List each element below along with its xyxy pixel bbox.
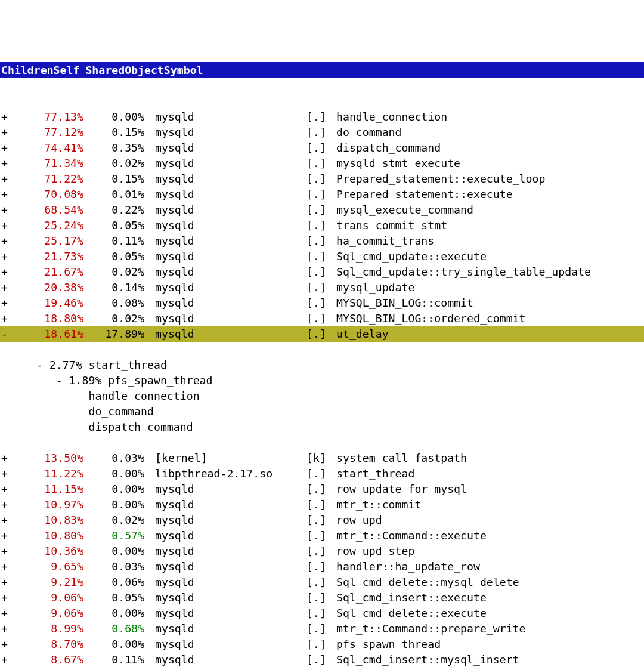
symbol-marker: [.] <box>306 466 336 481</box>
children-pct: 11.22% <box>17 466 83 481</box>
symbol-name: handler::ha_update_row <box>336 559 644 575</box>
symbol-marker: [.] <box>306 590 336 606</box>
perf-row[interactable]: +8.21%0.14%mysqld[.]ha_innobase::update_… <box>0 668 644 670</box>
perf-row[interactable]: +13.50%0.03%[kernel][k]system_call_fastp… <box>0 450 644 466</box>
children-pct: 21.67% <box>17 264 83 280</box>
perf-row[interactable]: +11.22%0.00%libpthread-2.17.so[.]start_t… <box>0 466 644 481</box>
perf-row[interactable]: +8.99%0.68%mysqld[.]mtr_t::Command::prep… <box>0 621 644 637</box>
expand-toggle[interactable]: + <box>0 668 17 670</box>
expand-toggle[interactable]: + <box>0 233 17 249</box>
symbol-name: do_command <box>336 125 644 140</box>
expand-toggle[interactable]: + <box>0 528 17 544</box>
symbol-marker: [.] <box>306 171 336 187</box>
perf-row[interactable]: +21.67%0.02%mysqld[.]Sql_cmd_update::try… <box>0 264 644 280</box>
shared-object: mysqld <box>144 481 306 497</box>
expand-toggle[interactable]: + <box>0 311 17 326</box>
perf-row[interactable]: +77.12%0.15%mysqld[.]do_command <box>0 125 644 140</box>
symbol-name: ha_innobase::update_row <box>336 668 644 670</box>
children-pct: 10.80% <box>17 528 83 544</box>
perf-row[interactable]: +8.67%0.11%mysqld[.]Sql_cmd_insert::mysq… <box>0 652 644 668</box>
symbol-name: Prepared_statement::execute_loop <box>336 171 644 187</box>
tree-line[interactable]: - 1.89% pfs_spawn_thread <box>0 373 644 388</box>
shared-object: mysqld <box>144 575 306 590</box>
perf-row[interactable]: +9.06%0.05%mysqld[.]Sql_cmd_insert::exec… <box>0 590 644 606</box>
expand-toggle[interactable]: + <box>0 637 17 652</box>
tree-line[interactable]: do_command <box>0 404 644 419</box>
perf-row[interactable]: +10.97%0.00%mysqld[.]mtr_t::commit <box>0 497 644 512</box>
symbol-name: row_upd_step <box>336 544 644 559</box>
perf-row[interactable]: +18.80%0.02%mysqld[.]MYSQL_BIN_LOG::orde… <box>0 311 644 326</box>
tree-line[interactable]: - 2.77% start_thread <box>0 357 644 373</box>
perf-row[interactable]: +21.73%0.05%mysqld[.]Sql_cmd_update::exe… <box>0 249 644 264</box>
perf-row[interactable]: +8.70%0.00%mysqld[.]pfs_spawn_thread <box>0 637 644 652</box>
expand-toggle[interactable]: + <box>0 280 17 295</box>
perf-row[interactable]: +20.38%0.14%mysqld[.]mysql_update <box>0 280 644 295</box>
expand-toggle[interactable]: + <box>0 202 17 218</box>
perf-row[interactable]: -18.61%17.89%mysqld[.]ut_delay <box>0 326 644 342</box>
expand-toggle[interactable]: + <box>0 187 17 202</box>
expand-toggle[interactable]: + <box>0 125 17 140</box>
symbol-marker: [.] <box>306 140 336 156</box>
shared-object: mysqld <box>144 264 306 280</box>
expand-toggle[interactable]: + <box>0 606 17 621</box>
expand-toggle[interactable]: + <box>0 512 17 528</box>
expand-toggle[interactable]: + <box>0 466 17 481</box>
perf-row[interactable]: +74.41%0.35%mysqld[.]dispatch_command <box>0 140 644 156</box>
expand-toggle[interactable]: + <box>0 652 17 668</box>
children-pct: 71.22% <box>17 171 83 187</box>
expand-toggle[interactable]: - <box>0 326 17 342</box>
expand-toggle[interactable]: + <box>0 140 17 156</box>
perf-row[interactable]: +19.46%0.08%mysqld[.]MYSQL_BIN_LOG::comm… <box>0 295 644 311</box>
self-pct: 0.00% <box>83 466 144 481</box>
perf-row[interactable]: +9.06%0.00%mysqld[.]Sql_cmd_delete::exec… <box>0 606 644 621</box>
children-pct: 74.41% <box>17 140 83 156</box>
perf-row[interactable]: +9.21%0.06%mysqld[.]Sql_cmd_delete::mysq… <box>0 575 644 590</box>
perf-row[interactable]: +25.24%0.05%mysqld[.]trans_commit_stmt <box>0 218 644 233</box>
expand-toggle[interactable]: + <box>0 450 17 466</box>
symbol-marker: [k] <box>306 450 336 466</box>
expand-toggle[interactable]: + <box>0 109 17 125</box>
perf-row[interactable]: +71.22%0.15%mysqld[.]Prepared_statement:… <box>0 171 644 187</box>
expand-toggle[interactable]: + <box>0 559 17 575</box>
self-pct: 0.02% <box>83 311 144 326</box>
expand-toggle[interactable]: + <box>0 497 17 512</box>
symbol-name: mysql_execute_command <box>336 202 644 218</box>
expand-toggle[interactable]: + <box>0 481 17 497</box>
perf-row[interactable]: +10.80%0.57%mysqld[.]mtr_t::Command::exe… <box>0 528 644 544</box>
perf-row[interactable]: +10.83%0.02%mysqld[.]row_upd <box>0 512 644 528</box>
symbol-marker: [.] <box>306 264 336 280</box>
expand-toggle[interactable]: + <box>0 264 17 280</box>
shared-object: mysqld <box>144 171 306 187</box>
tree-line[interactable]: handle_connection <box>0 388 644 404</box>
header-self: Self <box>54 64 80 76</box>
expand-toggle[interactable]: + <box>0 621 17 637</box>
header-shared: Shared <box>79 64 125 76</box>
children-pct: 10.83% <box>17 512 83 528</box>
children-pct: 9.06% <box>17 606 83 621</box>
symbol-name: handle_connection <box>336 109 644 125</box>
expand-toggle[interactable]: + <box>0 295 17 311</box>
perf-rows-2: +13.50%0.03%[kernel][k]system_call_fastp… <box>0 450 644 670</box>
expand-toggle[interactable]: + <box>0 218 17 233</box>
perf-row[interactable]: +10.36%0.00%mysqld[.]row_upd_step <box>0 544 644 559</box>
expand-toggle[interactable]: + <box>0 544 17 559</box>
perf-row[interactable]: +77.13%0.00%mysqld[.]handle_connection <box>0 109 644 125</box>
expand-toggle[interactable]: + <box>0 575 17 590</box>
expand-toggle[interactable]: + <box>0 171 17 187</box>
shared-object: libpthread-2.17.so <box>144 466 306 481</box>
perf-row[interactable]: +71.34%0.02%mysqld[.]mysqld_stmt_execute <box>0 156 644 171</box>
shared-object: mysqld <box>144 621 306 637</box>
tree-line[interactable]: dispatch_command <box>0 419 644 435</box>
self-pct: 0.15% <box>83 171 144 187</box>
expand-toggle[interactable]: + <box>0 156 17 171</box>
shared-object: mysqld <box>144 109 306 125</box>
perf-row[interactable]: +11.15%0.00%mysqld[.]row_update_for_mysq… <box>0 481 644 497</box>
perf-row[interactable]: +68.54%0.22%mysqld[.]mysql_execute_comma… <box>0 202 644 218</box>
perf-row[interactable]: +70.08%0.01%mysqld[.]Prepared_statement:… <box>0 187 644 202</box>
perf-row[interactable]: +9.65%0.03%mysqld[.]handler::ha_update_r… <box>0 559 644 575</box>
perf-row[interactable]: +25.17%0.11%mysqld[.]ha_commit_trans <box>0 233 644 249</box>
symbol-name: Sql_cmd_delete::execute <box>336 606 644 621</box>
expand-toggle[interactable]: + <box>0 590 17 606</box>
self-pct: 0.05% <box>83 249 144 264</box>
expand-toggle[interactable]: + <box>0 249 17 264</box>
